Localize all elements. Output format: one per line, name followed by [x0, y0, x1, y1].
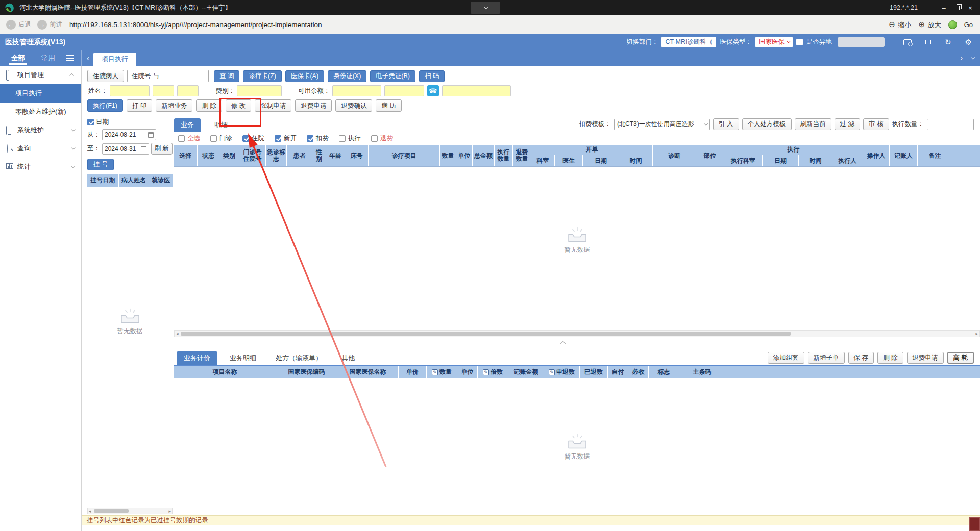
detail-tab[interactable]: 其他 — [335, 351, 361, 365]
detail-column-header[interactable]: ✎ 已退数 — [580, 366, 608, 378]
collapse-handle-icon[interactable] — [560, 341, 566, 346]
offsite-checkbox[interactable] — [796, 39, 803, 45]
table-column-header[interactable]: 诊疗项目 — [369, 145, 440, 166]
detail-column-header[interactable]: ✎ 倍数 — [478, 366, 508, 378]
checkbox-icon[interactable] — [275, 135, 281, 142]
titlebar-dropdown[interactable] — [471, 2, 500, 14]
table-column-header[interactable]: 退费数量 — [513, 145, 531, 166]
sidebar-item-query[interactable]: 查询 — [0, 139, 81, 158]
template-action-button[interactable]: 引 入 — [713, 118, 739, 130]
sidebar-tab-all[interactable]: 全部 — [9, 50, 27, 66]
filter-checkbox-item[interactable]: 住院 — [242, 134, 264, 143]
table-column-header[interactable]: 记账人 — [890, 145, 918, 166]
detail-column-header[interactable]: ✎ 单位 — [457, 366, 478, 378]
table-column-header[interactable]: 备注 — [918, 145, 952, 166]
filter-checkbox-item[interactable]: 退费 — [371, 134, 393, 143]
inpatient-number-input[interactable]: 住院号 与 — [127, 70, 209, 82]
sidebar-item-project-implementation[interactable]: 项目执行 — [0, 84, 81, 103]
table-column-header[interactable]: 选择 — [174, 145, 198, 166]
go-label[interactable]: Go — [964, 21, 973, 29]
filter-checkbox-item[interactable]: 门诊 — [210, 134, 232, 143]
tab-scroll-right-icon[interactable]: › — [961, 55, 963, 62]
minimize-button[interactable]: – — [937, 0, 950, 15]
scrollbar-thumb[interactable] — [181, 332, 791, 336]
gender-field[interactable] — [153, 85, 174, 96]
phone-icon[interactable]: ☎ — [427, 85, 439, 96]
column-body-part[interactable]: 部位 — [696, 145, 724, 166]
exec-qty-input[interactable] — [927, 119, 974, 130]
table-column-header[interactable]: 性别 — [312, 145, 326, 166]
detail-column-header[interactable]: ✎ 数量 — [427, 366, 457, 378]
toolbar-button[interactable]: 强制申请 — [255, 99, 291, 112]
detail-tab[interactable]: 业务计价 — [177, 351, 217, 365]
toolbar-button[interactable]: 新增业务 — [156, 99, 192, 112]
detail-column-header[interactable]: ✎ 申退数 — [544, 366, 580, 378]
checkbox-icon[interactable] — [307, 135, 313, 142]
checkbox-icon[interactable] — [178, 135, 185, 142]
table-column-header[interactable]: 时间 — [799, 155, 832, 166]
table-column-header[interactable]: 日期 — [583, 155, 619, 166]
detail-action-button[interactable]: 退费申请 — [907, 352, 944, 364]
forward-button[interactable]: → 前进 — [37, 20, 62, 30]
checkbox-icon[interactable] — [371, 135, 378, 142]
detail-column-header[interactable]: ✎ 标志 — [649, 366, 679, 378]
balance-field[interactable] — [332, 85, 381, 96]
template-action-button[interactable]: 刷新当前 — [795, 118, 831, 130]
filter-checkbox-item[interactable]: 扣费 — [307, 134, 329, 143]
detail-action-button[interactable]: 添加组套 — [768, 352, 804, 364]
template-select[interactable]: (北CT3)一次性使用高压造影 — [614, 119, 710, 130]
table-column-header[interactable]: 时间 — [619, 155, 653, 166]
card-button[interactable]: 身份证(X) — [328, 70, 366, 82]
detail-column-header[interactable]: ✎ 国家医保名称 — [337, 366, 399, 378]
screenshot-icon[interactable] — [903, 39, 912, 45]
date-filter-checkbox[interactable] — [87, 119, 94, 125]
card-button[interactable]: 诊疗卡(Z) — [243, 70, 281, 82]
date-to-input[interactable]: 2024-08-31 — [102, 143, 149, 155]
table-column-header[interactable]: 床号 — [345, 145, 369, 166]
column-reg-date[interactable]: 挂号日期 — [87, 174, 119, 187]
table-column-header[interactable]: 状态 — [198, 145, 219, 166]
card-button[interactable]: 电子凭证(B) — [370, 70, 415, 82]
toolbar-button[interactable]: 删 除 — [196, 99, 222, 112]
header-input[interactable] — [838, 37, 885, 47]
close-button[interactable]: × — [964, 0, 977, 15]
sidebar-tab-common[interactable]: 常用 — [39, 50, 57, 66]
collapse-sidebar-icon[interactable]: ‹ — [87, 54, 89, 62]
filter-checkbox-item[interactable]: 执行 — [339, 134, 361, 143]
dept-select[interactable]: CT-MRI诊断科（ — [662, 37, 716, 47]
detail-action-button[interactable]: 保 存 — [848, 352, 874, 364]
register-button[interactable]: 挂 号 — [87, 159, 114, 170]
toolbar-button[interactable]: 打 印 — [127, 99, 152, 112]
filter-checkbox-item[interactable]: 全选 — [178, 134, 200, 143]
detail-action-button[interactable]: 删 除 — [877, 352, 903, 364]
tab-detail[interactable]: 明细 — [208, 118, 234, 132]
table-column-header[interactable]: 医生 — [555, 155, 583, 166]
sidebar-item-statistics[interactable]: 统计 — [0, 158, 81, 176]
detail-column-header[interactable]: ✎ 记账金额 — [508, 366, 544, 378]
template-action-button[interactable]: 过 滤 — [835, 118, 860, 130]
insurance-select[interactable]: 国家医保 — [755, 37, 793, 47]
sidebar-item-project-management[interactable]: 项目管理 — [0, 66, 81, 84]
table-column-header[interactable]: 数量 — [440, 145, 456, 166]
table-column-header[interactable]: 门诊号住院号 — [239, 145, 266, 166]
name-field[interactable] — [110, 85, 150, 96]
checkbox-icon[interactable] — [242, 135, 249, 142]
filter-checkbox-item[interactable]: 新开 — [275, 134, 297, 143]
sidebar-item-scattered-prescription[interactable]: 零散处方维护(新) — [0, 103, 81, 121]
date-from-input[interactable]: 2024-08-21 — [102, 129, 156, 140]
card-button[interactable]: 医保卡(A) — [285, 70, 324, 82]
phone-field[interactable] — [442, 85, 511, 96]
table-column-header[interactable]: 执行人 — [832, 155, 863, 166]
zoom-in-button[interactable]: ⊕ 放大 — [918, 20, 941, 30]
card-button[interactable]: 扫 码 — [419, 70, 445, 82]
table-column-header[interactable]: 患者 — [287, 145, 312, 166]
detail-action-button[interactable]: 新增子单 — [808, 352, 845, 364]
refresh-button[interactable]: 刷 新 — [151, 143, 173, 155]
checkbox-icon[interactable] — [339, 135, 346, 142]
toolbar-button[interactable]: 退费申请 — [295, 99, 332, 112]
detail-action-button[interactable]: 高 耗 — [947, 352, 974, 364]
toolbar-button[interactable]: 修 改 — [226, 99, 251, 112]
column-diagnosis[interactable]: 诊断 — [653, 145, 696, 166]
detail-column-header[interactable]: ✎ 单价 — [399, 366, 427, 378]
template-action-button[interactable]: 审 核 — [863, 118, 889, 130]
